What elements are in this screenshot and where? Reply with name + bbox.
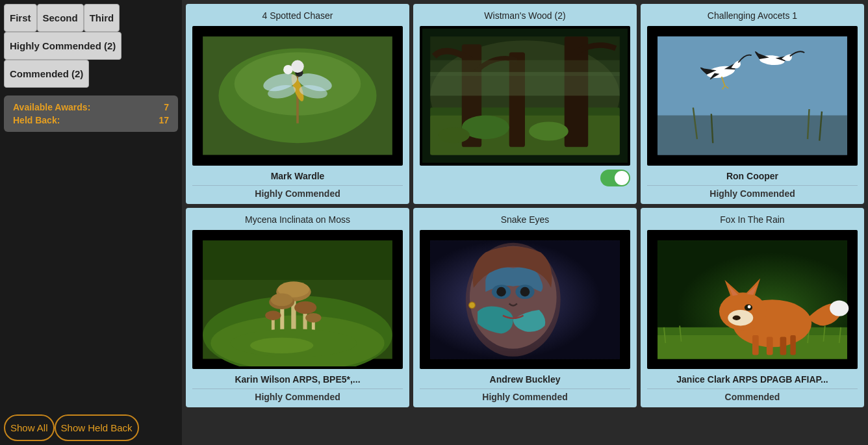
photo-card-photo-5: Snake Eyes	[413, 208, 637, 408]
photo-title-photo-3: Challenging Avocets 1	[708, 10, 797, 21]
svg-point-12	[291, 60, 303, 73]
photo-grid: 4 Spotted Chaser Mark W	[182, 0, 868, 445]
spacer	[4, 134, 178, 409]
svg-rect-80	[752, 335, 759, 355]
photo-award-photo-3: Highly Commended	[709, 188, 795, 199]
award-btn-third[interactable]: Third	[84, 4, 120, 32]
photo-image-photo-5	[420, 230, 630, 370]
svg-point-53	[305, 313, 321, 323]
photo-title-photo-6: Fox In The Rain	[720, 214, 784, 225]
divider	[192, 185, 403, 186]
image-toggle[interactable]	[600, 170, 630, 186]
photo-title-photo-2: Wistman's Wood (2)	[484, 10, 565, 21]
svg-point-67	[520, 286, 530, 296]
held-back-row: Held Back: 17	[13, 115, 169, 125]
photo-card-photo-1: 4 Spotted Chaser Mark W	[186, 4, 409, 204]
svg-point-93	[830, 300, 849, 316]
stats-box: Available Awards: 7 Held Back: 17	[4, 95, 178, 132]
award-buttons-container: FirstSecondThirdHighly Commended (2)Comm…	[4, 4, 178, 88]
award-btn-first[interactable]: First	[4, 4, 37, 32]
divider	[420, 388, 630, 389]
svg-point-51	[294, 301, 316, 313]
award-btn-highly-commended[interactable]: Highly Commended (2)	[4, 32, 121, 60]
divider	[192, 388, 403, 389]
photo-award-photo-1: Highly Commended	[255, 188, 340, 199]
svg-rect-26	[430, 60, 620, 76]
svg-point-66	[496, 286, 506, 296]
photo-title-photo-4: Mycena Inclinata on Moss	[245, 214, 350, 225]
photo-author-photo-3: Ron Cooper	[726, 171, 778, 181]
award-btn-second[interactable]: Second	[37, 4, 84, 32]
photo-award-photo-5: Highly Commended	[482, 392, 567, 402]
action-btn-show-held-back[interactable]: Show Held Back	[55, 414, 139, 441]
svg-point-57	[250, 337, 313, 353]
available-awards-value: 7	[164, 102, 169, 112]
svg-point-24	[438, 127, 470, 143]
svg-rect-82	[780, 337, 787, 355]
svg-point-90	[733, 315, 741, 320]
svg-rect-29	[657, 36, 847, 116]
held-back-label: Held Back:	[13, 115, 60, 125]
photo-image-photo-3	[647, 26, 858, 166]
action-btn-show-all[interactable]: Show All	[4, 414, 55, 441]
photo-author-photo-1: Mark Wardle	[271, 171, 325, 181]
svg-point-13	[283, 65, 293, 75]
photo-award-photo-6: Commended	[725, 392, 780, 402]
svg-point-89	[728, 310, 753, 325]
photo-card-photo-6: Fox In The Rain	[641, 208, 864, 408]
photo-image-photo-2	[420, 26, 630, 166]
divider	[647, 388, 858, 389]
photo-card-photo-4: Mycena Inclinata on Moss	[186, 208, 409, 408]
photo-award-photo-4: Highly Commended	[255, 392, 340, 402]
svg-point-92	[748, 305, 751, 308]
svg-rect-81	[767, 337, 773, 355]
photo-image-photo-4	[192, 230, 403, 370]
action-buttons-container: Show AllShow Held Back	[4, 412, 178, 441]
svg-rect-83	[790, 335, 796, 355]
photo-image-photo-6	[647, 230, 858, 370]
award-btn-commended[interactable]: Commended (2)	[4, 60, 89, 88]
available-awards-label: Available Awards:	[13, 102, 90, 112]
svg-point-55	[265, 311, 281, 320]
photo-card-photo-3: Challenging Avocets 1	[641, 4, 864, 204]
photo-author-photo-6: Janice Clark ARPS DPAGB AFIAP...	[676, 374, 828, 385]
divider	[647, 185, 858, 186]
photo-author-photo-4: Karin Wilson ARPS, BPE5*,...	[235, 374, 360, 385]
photo-card-photo-2: Wistman's Wood (2)	[413, 4, 637, 204]
photo-title-photo-5: Snake Eyes	[501, 214, 550, 225]
svg-rect-30	[657, 116, 847, 155]
photo-author-photo-5: Andrew Buckley	[490, 374, 561, 385]
svg-point-49	[271, 293, 293, 305]
sidebar: FirstSecondThirdHighly Commended (2)Comm…	[0, 0, 182, 445]
available-awards-row: Available Awards: 7	[13, 102, 169, 112]
svg-point-23	[529, 121, 568, 140]
photo-title-photo-1: 4 Spotted Chaser	[262, 10, 333, 21]
held-back-value: 17	[159, 115, 169, 125]
photo-image-photo-1	[192, 26, 403, 166]
svg-point-68	[469, 302, 476, 309]
svg-rect-58	[203, 240, 392, 280]
